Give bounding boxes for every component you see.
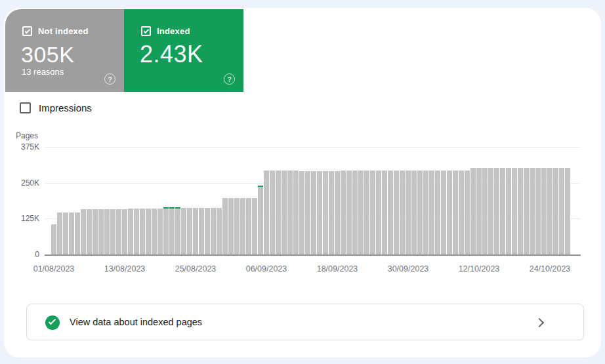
- not-indexed-bar: [276, 171, 281, 254]
- not-indexed-bar: [518, 168, 523, 254]
- help-icon[interactable]: ?: [224, 73, 235, 85]
- not-indexed-bar: [258, 187, 263, 254]
- not-indexed-bar: [57, 212, 62, 254]
- not-indexed-bar: [222, 198, 228, 254]
- not-indexed-bar: [400, 171, 405, 254]
- not-indexed-bar: [293, 171, 299, 254]
- not-indexed-card[interactable]: Not indexed 305K 13 reasons ?: [5, 9, 124, 92]
- help-icon[interactable]: ?: [104, 73, 115, 85]
- check-circle-icon: [45, 315, 60, 330]
- not-indexed-bar: [217, 208, 222, 254]
- not-indexed-bar: [488, 168, 493, 254]
- not-indexed-label: Not indexed: [38, 26, 89, 36]
- not-indexed-card-header: Not indexed: [22, 26, 89, 36]
- x-tick-label: 25/08/2023: [175, 264, 217, 273]
- not-indexed-bar: [470, 168, 476, 254]
- indexed-bar-segment: [169, 207, 175, 209]
- not-indexed-bar: [87, 209, 92, 254]
- not-indexed-bar: [494, 168, 499, 254]
- indexed-checkbox[interactable]: [141, 26, 151, 36]
- not-indexed-bar: [211, 208, 216, 254]
- indexed-count: 2.43K: [140, 41, 203, 68]
- not-indexed-bar: [246, 198, 251, 254]
- not-indexed-bar: [305, 171, 310, 254]
- not-indexed-bar: [547, 168, 553, 254]
- not-indexed-bar: [134, 209, 139, 254]
- not-indexed-bar: [282, 171, 287, 254]
- not-indexed-bar: [553, 168, 558, 254]
- x-tick-label: 18/09/2023: [317, 264, 358, 273]
- impressions-checkbox[interactable]: [20, 102, 31, 113]
- not-indexed-bar: [335, 171, 340, 254]
- not-indexed-bar: [152, 209, 157, 254]
- y-axis-title: Pages: [16, 131, 38, 140]
- not-indexed-bar: [364, 171, 369, 254]
- gridline: [45, 147, 581, 148]
- not-indexed-bar: [317, 171, 322, 254]
- not-indexed-bar: [352, 171, 358, 254]
- not-indexed-bar: [506, 168, 511, 254]
- not-indexed-bar: [406, 171, 411, 254]
- not-indexed-bar: [394, 171, 399, 254]
- indexed-label: Indexed: [157, 26, 190, 36]
- x-axis-baseline: [45, 254, 581, 256]
- y-tick-label: 0: [13, 250, 39, 259]
- not-indexed-bar: [299, 171, 304, 254]
- not-indexed-bar: [157, 209, 163, 254]
- not-indexed-bar: [181, 208, 186, 254]
- not-indexed-checkbox[interactable]: [22, 26, 32, 36]
- not-indexed-bar: [287, 171, 293, 254]
- not-indexed-count: 305K: [21, 42, 74, 68]
- not-indexed-bar: [388, 171, 393, 254]
- not-indexed-bar: [205, 208, 210, 254]
- y-tick-label: 250K: [13, 178, 39, 188]
- check-icon: [49, 317, 56, 325]
- chevron-right-icon[interactable]: [535, 318, 544, 327]
- not-indexed-bar: [376, 171, 381, 254]
- not-indexed-bar: [530, 168, 535, 254]
- view-indexed-data-button[interactable]: View data about indexed pages: [26, 304, 584, 340]
- not-indexed-bar: [104, 209, 110, 254]
- x-tick-label: 06/09/2023: [246, 264, 287, 273]
- not-indexed-bar: [500, 168, 505, 254]
- not-indexed-bar: [429, 171, 434, 254]
- view-indexed-data-label: View data about indexed pages: [70, 317, 202, 327]
- not-indexed-bar: [51, 224, 56, 254]
- not-indexed-bar: [122, 209, 127, 254]
- not-indexed-reasons: 13 reasons: [22, 67, 64, 77]
- not-indexed-bar: [81, 209, 86, 254]
- check-icon: [25, 28, 30, 33]
- not-indexed-bar: [512, 168, 517, 254]
- y-tick-label: 375K: [13, 142, 39, 152]
- impressions-toggle-row[interactable]: Impressions: [20, 102, 92, 113]
- not-indexed-bar: [370, 171, 375, 254]
- not-indexed-bar: [311, 171, 316, 254]
- not-indexed-bar: [482, 168, 488, 254]
- not-indexed-bar: [459, 171, 464, 254]
- not-indexed-bar: [323, 171, 328, 254]
- not-indexed-bar: [441, 171, 446, 254]
- not-indexed-bar: [435, 171, 440, 254]
- check-icon: [144, 28, 149, 33]
- not-indexed-bar: [116, 209, 121, 254]
- x-tick-label: 13/08/2023: [104, 264, 146, 273]
- not-indexed-bar: [524, 168, 529, 254]
- not-indexed-bar: [163, 209, 169, 254]
- not-indexed-bar: [417, 171, 423, 254]
- x-tick-label: 01/08/2023: [33, 264, 75, 273]
- not-indexed-bar: [240, 198, 245, 254]
- not-indexed-bar: [93, 209, 98, 254]
- not-indexed-bar: [169, 209, 175, 254]
- not-indexed-bar: [264, 171, 269, 254]
- not-indexed-bar: [252, 198, 257, 254]
- not-indexed-bar: [228, 198, 234, 254]
- not-indexed-bar: [175, 209, 180, 254]
- not-indexed-bar: [128, 209, 133, 254]
- not-indexed-bar: [382, 171, 387, 254]
- indexed-card[interactable]: Indexed 2.43K ?: [124, 9, 243, 92]
- not-indexed-bar: [187, 208, 192, 254]
- not-indexed-bar: [199, 208, 204, 254]
- page-indexing-report: Not indexed 305K 13 reasons ? Indexed 2.…: [0, 0, 605, 364]
- indexed-bar-segment: [258, 186, 263, 187]
- not-indexed-bar: [535, 168, 541, 254]
